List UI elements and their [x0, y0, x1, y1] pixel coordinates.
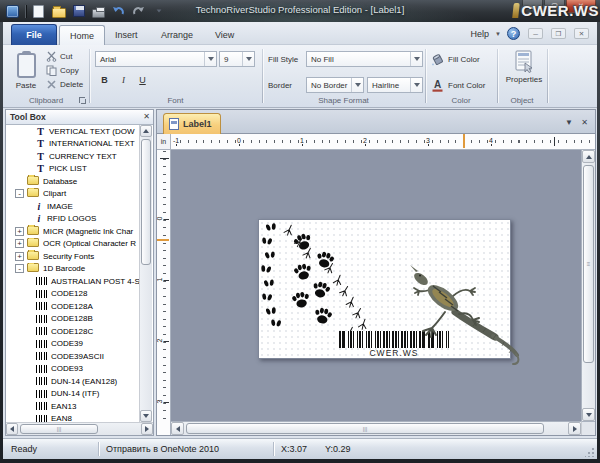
tree-item[interactable]: AUSTRALIAN POST 4-S	[6, 275, 153, 288]
tree-item[interactable]: TVERTICAL TEXT (DOW	[6, 125, 153, 138]
tree-item[interactable]: +OCR (Optical Character R	[6, 238, 153, 251]
fill-color-button[interactable]: Fill Color	[431, 51, 480, 67]
expand-icon[interactable]: +	[15, 239, 24, 248]
tree-item[interactable]: iIMAGE	[6, 200, 153, 213]
tree-item[interactable]: CODE128	[6, 288, 153, 301]
help-icon[interactable]: ?	[507, 27, 520, 40]
bold-button[interactable]: B	[96, 72, 113, 88]
tree-item[interactable]: DUN-14 (EAN128)	[6, 375, 153, 388]
tree-item[interactable]: EAN13	[6, 400, 153, 413]
tree-item[interactable]: +MICR (Magnetic Ink Char	[6, 225, 153, 238]
minimize-button[interactable]: ▬	[522, 0, 543, 13]
combo-arrow-icon	[351, 78, 363, 92]
scrollbar-thumb[interactable]	[141, 139, 151, 265]
font-color-button[interactable]: A Font Color	[431, 77, 485, 93]
properties-button[interactable]: Properties	[502, 49, 546, 84]
v-ruler-number: 1	[156, 278, 163, 282]
toolbox-vscrollbar[interactable]	[139, 125, 152, 422]
delete-button[interactable]: Delete	[46, 78, 83, 91]
design-canvas[interactable]: CWER.WS	[171, 150, 581, 435]
scroll-up-icon[interactable]	[582, 150, 595, 163]
toolbox-close-icon[interactable]: ✕	[143, 112, 150, 122]
canvas-vscrollbar[interactable]: ≡	[581, 150, 595, 435]
lizard-image[interactable]	[403, 262, 533, 372]
barcode-icon	[36, 377, 47, 385]
tree-item-label: CODE39ASCII	[51, 352, 104, 361]
expander-spacer	[15, 177, 24, 186]
tab-insert[interactable]: Insert	[105, 26, 148, 45]
collapse-icon[interactable]: -	[15, 189, 24, 198]
italic-button[interactable]: I	[115, 72, 132, 88]
tree-item[interactable]: CODE128B	[6, 313, 153, 326]
tree-item-label: Clipart	[43, 189, 66, 198]
clipboard-dialog-launcher-icon[interactable]	[79, 97, 86, 104]
barcode-icon	[36, 302, 47, 310]
cut-button[interactable]: Cut	[46, 50, 72, 63]
toolbox-hscrollbar[interactable]: |||	[6, 422, 153, 435]
resize-grip[interactable]	[585, 447, 595, 457]
tree-item-label: CURRENCY TEXT	[49, 152, 117, 161]
expand-icon[interactable]: +	[15, 252, 24, 261]
tree-item[interactable]: TINTERNATIONAL TEXT	[6, 138, 153, 151]
tree-item[interactable]: EAN8	[6, 413, 153, 423]
tab-close-icon[interactable]: ✕	[581, 118, 588, 127]
tree-item[interactable]: +Security Fonts	[6, 250, 153, 263]
scroll-right-icon[interactable]	[568, 422, 581, 435]
tree-item-label: OCR (Optical Character R	[43, 239, 136, 248]
tree-item[interactable]: CODE128C	[6, 325, 153, 338]
tree-item[interactable]: CODE93	[6, 363, 153, 376]
tree-item[interactable]: TPICK LIST	[6, 163, 153, 176]
fill-style-label: Fill Style	[268, 55, 298, 64]
tree-item[interactable]: -1D Barcode	[6, 263, 153, 276]
tab-view[interactable]: View	[205, 26, 244, 45]
tab-list-dropdown-icon[interactable]: ▼	[565, 118, 573, 127]
tree-item[interactable]: CODE128A	[6, 300, 153, 313]
copy-icon	[46, 65, 57, 76]
document-tab[interactable]: Label1	[163, 113, 221, 134]
child-restore-button[interactable]: ❐	[551, 28, 566, 39]
tree-item[interactable]: DUN-14 (ITF)	[6, 388, 153, 401]
expand-icon[interactable]: +	[15, 227, 24, 236]
scroll-down-icon[interactable]	[140, 410, 152, 422]
tree-item[interactable]: iRFID LOGOS	[6, 213, 153, 226]
tree-item[interactable]: CODE39	[6, 338, 153, 351]
tab-arrange[interactable]: Arrange	[151, 26, 203, 45]
client-area: Tool Box ✕ TVERTICAL TEXT (DOWTINTERNATI…	[3, 108, 597, 438]
properties-icon	[512, 49, 536, 73]
scroll-right-icon[interactable]	[141, 423, 153, 435]
border-style-combo[interactable]: No Border	[306, 77, 364, 93]
tree-item[interactable]: CODE39ASCII	[6, 350, 153, 363]
delete-icon	[46, 79, 57, 90]
scroll-down-icon[interactable]	[582, 408, 595, 421]
tree-item[interactable]: Database	[6, 175, 153, 188]
clipboard-group-label: Clipboard	[3, 96, 89, 105]
fill-style-combo[interactable]: No Fill	[306, 51, 423, 67]
close-button[interactable]: ✕	[566, 0, 596, 13]
underline-button[interactable]: U	[134, 72, 151, 88]
border-weight-combo[interactable]: Hairline	[367, 77, 423, 93]
tree-item[interactable]: -Clipart	[6, 188, 153, 201]
child-minimize-button[interactable]: ─	[528, 28, 543, 39]
tab-home[interactable]: Home	[59, 25, 105, 46]
scroll-left-icon[interactable]	[171, 422, 184, 435]
scrollbar-thumb[interactable]: |||	[20, 424, 98, 434]
child-close-button[interactable]: ✕	[574, 28, 589, 39]
scrollbar-thumb[interactable]: ≡	[583, 165, 594, 363]
scrollbar-thumb[interactable]: |||	[186, 423, 544, 434]
canvas-hscrollbar[interactable]: |||	[171, 421, 581, 435]
tree-item[interactable]: TCURRENCY TEXT	[6, 150, 153, 163]
font-size-combo[interactable]: 9	[219, 51, 255, 67]
svg-text:A: A	[434, 79, 441, 90]
tab-file[interactable]: File	[11, 24, 57, 45]
scroll-up-icon[interactable]	[140, 125, 152, 137]
collapse-icon[interactable]: -	[15, 264, 24, 273]
scroll-left-icon[interactable]	[6, 423, 18, 435]
text-icon: T	[36, 126, 45, 137]
help-menu[interactable]: Help	[471, 29, 490, 39]
copy-button[interactable]: Copy	[46, 64, 79, 77]
hoof-track-column	[260, 223, 282, 328]
font-name-combo[interactable]: Arial	[95, 51, 217, 67]
h-ruler-number: 0	[236, 137, 242, 144]
paste-button[interactable]: Paste	[9, 49, 43, 102]
maximize-button[interactable]: ▢	[544, 0, 565, 13]
